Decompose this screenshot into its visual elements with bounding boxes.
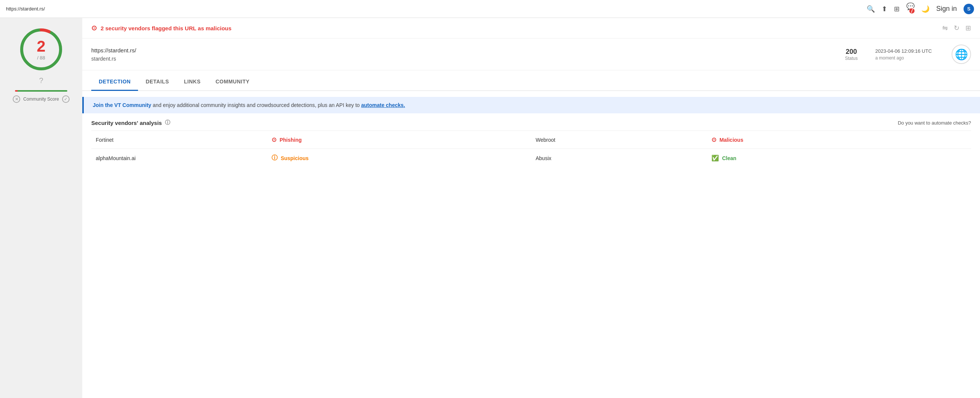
table-row: Fortinet ⊙ Phishing Webroot ⊙ Malicious — [91, 131, 971, 149]
qr-icon[interactable]: ⊞ — [966, 24, 971, 32]
status-label: Status — [836, 56, 866, 61]
grid-icon[interactable]: ⊞ — [894, 5, 900, 13]
alert-message: ⊙ 2 security vendors flagged this URL as… — [91, 24, 232, 32]
vendor-result-fortinet: ⊙ Phishing — [267, 131, 531, 149]
sign-in-button[interactable]: Sign in — [936, 5, 957, 13]
community-score-x-icon: ✕ — [13, 96, 20, 103]
browser-icons: 🔍 ⬆ ⊞ 💬 7 🌙 Sign in S — [867, 2, 974, 16]
vendors-header: Security vendors' analysis ⓘ Do you want… — [91, 119, 971, 126]
tune-icon[interactable]: ⇋ — [942, 24, 948, 32]
vendors-title-text: Security vendors' analysis — [91, 120, 162, 126]
search-icon[interactable]: 🔍 — [867, 5, 875, 13]
url-info-main: https://stardent.rs/ stardent.rs — [91, 47, 827, 62]
result-suspicious-alphamountain: ⓘ Suspicious — [272, 154, 527, 162]
table-row: alphaMountain.ai ⓘ Suspicious Abusix ✅ C — [91, 149, 971, 167]
community-score-check-icon: ✓ — [62, 96, 70, 103]
automate-checks-link[interactable]: automate checks. — [361, 102, 405, 108]
result-malicious-webroot: ⊙ Malicious — [711, 136, 967, 143]
vendors-info-icon[interactable]: ⓘ — [165, 119, 170, 126]
domain-text: stardent.rs — [91, 56, 827, 62]
alert-icon: ⊙ — [91, 24, 97, 32]
vendor-result-alphamountain: ⓘ Suspicious — [267, 149, 531, 167]
notifications-icon[interactable]: 💬 7 — [906, 2, 915, 16]
score-text-inner: 2 / 88 — [37, 38, 45, 60]
notifications-badge: 7 — [909, 8, 915, 13]
dark-mode-icon[interactable]: 🌙 — [921, 5, 929, 13]
result-malicious-text: Malicious — [719, 137, 743, 143]
join-banner: Join the VT Community and enjoy addition… — [82, 97, 980, 113]
automate-question: Do you want to automate checks? — [898, 120, 971, 126]
url-text: https://stardent.rs/ — [91, 47, 827, 54]
result-clean-abusix: ✅ Clean — [711, 154, 967, 162]
vendors-title: Security vendors' analysis ⓘ — [91, 119, 170, 126]
alert-banner: ⊙ 2 security vendors flagged this URL as… — [82, 18, 980, 38]
vendor-result-abusix: ✅ Clean — [707, 149, 971, 167]
join-banner-middle-text: and enjoy additional community insights … — [153, 102, 361, 108]
tabs-row: DETECTION DETAILS LINKS COMMUNITY — [82, 73, 980, 91]
vendor-name-abusix: Abusix — [531, 149, 707, 167]
join-vt-community-link[interactable]: Join the VT Community — [93, 102, 151, 108]
score-progress-bar — [15, 90, 67, 92]
result-clean-text: Clean — [722, 155, 736, 161]
vendor-name-webroot: Webroot — [531, 131, 707, 149]
time-ago: a moment ago — [875, 55, 943, 60]
url-info-status: 200 Status — [836, 48, 866, 61]
result-phishing-text: Phishing — [279, 137, 301, 143]
score-panel: 2 / 88 ? ✕ Community Score ✓ — [0, 18, 82, 398]
alert-actions: ⇋ ↻ ⊞ — [942, 24, 971, 32]
clean-icon: ✅ — [711, 154, 719, 162]
content-panel: ⊙ 2 security vendors flagged this URL as… — [82, 18, 980, 398]
malicious-icon: ⊙ — [711, 136, 716, 143]
globe-icon: 🌐 — [951, 45, 971, 64]
community-score-label: Community Score — [23, 97, 59, 102]
phishing-icon: ⊙ — [272, 136, 277, 143]
main-layout: 2 / 88 ? ✕ Community Score ✓ ⊙ 2 securit… — [0, 18, 980, 398]
tab-detection[interactable]: DETECTION — [91, 73, 138, 91]
upload-icon[interactable]: ⬆ — [881, 5, 887, 13]
score-question-icon: ? — [39, 76, 43, 85]
url-info-row: https://stardent.rs/ stardent.rs 200 Sta… — [82, 38, 980, 70]
tab-links[interactable]: LINKS — [177, 73, 208, 91]
vendor-table: Fortinet ⊙ Phishing Webroot ⊙ Malicious — [91, 131, 971, 167]
url-info-time: 2023-04-06 12:09:16 UTC a moment ago — [875, 48, 943, 60]
score-number: 2 — [37, 38, 45, 54]
avatar[interactable]: S — [964, 4, 974, 14]
browser-bar: https://stardent.rs/ 🔍 ⬆ ⊞ 💬 7 🌙 Sign in… — [0, 0, 980, 18]
vendors-section: Security vendors' analysis ⓘ Do you want… — [82, 113, 980, 167]
score-denominator: / 88 — [37, 55, 45, 60]
tab-details[interactable]: DETAILS — [138, 73, 176, 91]
time-datetime: 2023-04-06 12:09:16 UTC — [875, 48, 943, 54]
vendor-result-webroot: ⊙ Malicious — [707, 131, 971, 149]
tab-community[interactable]: COMMUNITY — [208, 73, 257, 91]
suspicious-icon: ⓘ — [272, 154, 278, 162]
vendor-name-fortinet: Fortinet — [91, 131, 267, 149]
status-code: 200 — [836, 48, 866, 56]
browser-url: https://stardent.rs/ — [6, 6, 861, 11]
result-suspicious-text: Suspicious — [280, 155, 309, 161]
score-circle-wrapper: 2 / 88 — [19, 27, 64, 72]
vendor-name-alphamountain: alphaMountain.ai — [91, 149, 267, 167]
community-score-bar: ✕ Community Score ✓ — [13, 96, 69, 103]
refresh-icon[interactable]: ↻ — [954, 24, 959, 32]
result-phishing-fortinet: ⊙ Phishing — [272, 136, 527, 143]
alert-text: 2 security vendors flagged this URL as m… — [100, 25, 232, 32]
